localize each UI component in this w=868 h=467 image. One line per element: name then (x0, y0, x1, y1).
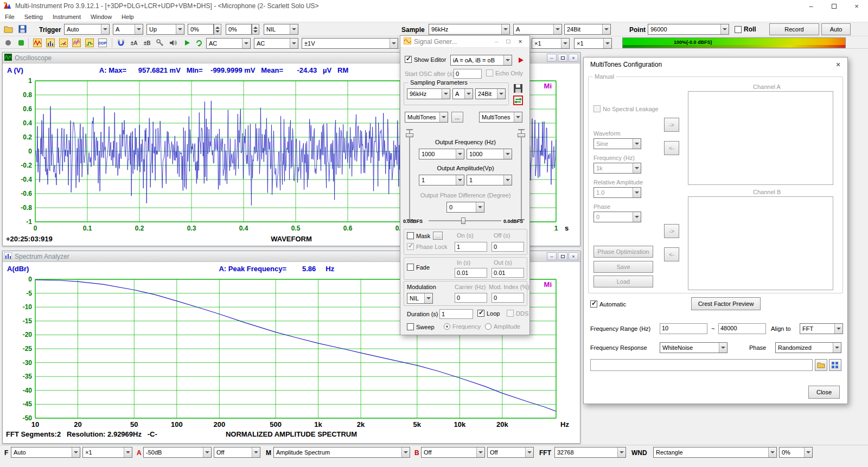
phase-difference-combo[interactable]: 0 (446, 202, 484, 213)
menu-file[interactable]: File (0, 14, 20, 20)
amplitude-b-combo[interactable]: 1 (467, 175, 512, 185)
mask-more-button[interactable]: ... (433, 232, 443, 240)
multimeter-icon[interactable] (58, 37, 69, 48)
mask-off-input[interactable]: 0 (492, 242, 524, 252)
waveform-a-select[interactable]: MultiTones (405, 112, 448, 123)
frequency-b-combo[interactable]: 1000 (467, 149, 512, 159)
close-button[interactable]: × (845, 0, 868, 12)
channel-b-listbox[interactable] (688, 196, 833, 290)
sample-bits-select[interactable]: 24Bit (564, 24, 611, 35)
sample-channel-select[interactable]: A (513, 24, 562, 35)
trigger-source-select[interactable]: A (113, 24, 143, 35)
phase-optimization-button[interactable]: Phase Optimization (593, 246, 653, 258)
relative-amplitude-select[interactable]: 1.0 (593, 187, 641, 198)
amplitude-slider-b[interactable] (516, 127, 526, 222)
magnet-trigger-icon[interactable] (115, 37, 127, 48)
menu-help[interactable]: Help (117, 14, 139, 20)
file-path-input[interactable] (590, 359, 813, 371)
phase-mode-select[interactable]: Randomized (775, 342, 841, 353)
carrier-input[interactable]: 0 (455, 293, 487, 303)
gen-bits-select[interactable]: 24Bit (475, 88, 506, 99)
fft-size-select[interactable]: 32768 (554, 447, 626, 458)
trigger-edge-select[interactable]: Up (146, 24, 184, 35)
frequency-response-select[interactable]: WhiteNoise (660, 342, 727, 353)
a-mode-select[interactable]: Off (214, 447, 260, 458)
dialog-maximize-button[interactable] (502, 36, 514, 47)
save-tones-button[interactable]: Save (593, 261, 653, 273)
spectrum-analyzer-icon[interactable] (44, 37, 56, 48)
window-restore-button[interactable] (558, 252, 567, 260)
browse-folder-button[interactable] (815, 359, 827, 371)
routing-select[interactable]: iA = oA, iB = oB (450, 55, 512, 66)
load-tones-button[interactable]: Load (593, 276, 653, 287)
point-count-select[interactable]: 96000 (648, 24, 729, 35)
record-button[interactable]: Record (769, 23, 819, 35)
spectrum-3d-plot-icon[interactable] (71, 37, 82, 48)
f-mode-select[interactable]: Auto (11, 447, 80, 458)
offset-adjust-b-icon[interactable]: ±B (141, 37, 153, 48)
slider-handle[interactable] (406, 133, 413, 137)
channel-b-add-button[interactable]: -> (664, 224, 679, 238)
loopback-icon[interactable] (193, 37, 205, 48)
b-mode-select[interactable]: Off (487, 447, 534, 458)
window-minimize-button[interactable]: – (547, 54, 557, 62)
volume-icon[interactable] (167, 37, 179, 48)
data-logger-icon[interactable] (84, 37, 95, 48)
coupling-b-select[interactable]: AC (254, 38, 298, 49)
align-to-select[interactable]: FFT (800, 323, 843, 334)
close-dialog-button[interactable]: Close (808, 386, 840, 399)
duration-input[interactable]: 1 (439, 309, 473, 319)
gen-sample-rate-select[interactable]: 96kHz (407, 88, 450, 99)
slider-handle[interactable] (518, 133, 525, 137)
run-stop-icon[interactable] (15, 37, 27, 48)
menu-window[interactable]: Window (86, 14, 117, 20)
modulation-type-select[interactable]: NIL (407, 293, 433, 304)
fade-checkbox[interactable]: Fade (407, 264, 430, 271)
loop-checkbox[interactable]: Loop (477, 310, 500, 317)
signal-generator-titlebar[interactable]: Signal Gener... – × (400, 36, 529, 48)
window-minimize-button[interactable]: – (547, 252, 557, 260)
f-probe-select[interactable]: ×1 (82, 447, 132, 458)
coupling-a-select[interactable]: AC (206, 38, 251, 49)
sweep-checkbox[interactable]: Sweep (407, 323, 435, 330)
frequency-max-input[interactable]: 48000 (718, 323, 766, 334)
maximize-button[interactable] (822, 0, 845, 12)
show-editor-checkbox[interactable]: Show Editor (405, 56, 446, 63)
slider-handle[interactable] (461, 217, 465, 224)
trigger-mode-select[interactable]: Auto (64, 24, 110, 35)
channel-a-listbox[interactable] (688, 91, 833, 185)
a-range-select[interactable]: -50dB (143, 447, 212, 458)
amplitude-slider-a[interactable] (405, 127, 414, 222)
menu-instrument[interactable]: Instrument (48, 14, 86, 20)
mask-on-input[interactable]: 1 (455, 242, 487, 252)
crest-factor-preview-button[interactable]: Crest Factor Preview (691, 297, 761, 310)
window-restore-button[interactable] (558, 54, 567, 62)
multitones-titlebar[interactable]: MultiTones Configuration × (584, 57, 847, 72)
dialog-close-button[interactable]: × (514, 36, 526, 47)
trigger-delay-field[interactable]: 0% (226, 24, 252, 35)
calibration-key-icon[interactable] (154, 37, 166, 48)
fade-in-input[interactable]: 0.01 (455, 268, 487, 278)
sweep-amplitude-radio[interactable]: Amplitude (485, 323, 520, 330)
auto-scale-button[interactable]: Auto (821, 23, 851, 35)
window-function-select[interactable]: Rectangle (653, 447, 777, 458)
mod-index-input[interactable]: 0 (492, 293, 524, 303)
gen-channel-select[interactable]: A (452, 88, 473, 99)
ddp-viewer-icon[interactable]: DDP (97, 37, 108, 48)
probe-a-select[interactable]: ×1 (532, 38, 570, 49)
frequency-a-combo[interactable]: 1000 (419, 149, 464, 159)
gen-save-icon[interactable] (513, 84, 523, 94)
window-close-button[interactable]: × (569, 54, 578, 62)
probe-b-select[interactable]: ×1 (574, 38, 612, 49)
open-file-icon[interactable] (2, 23, 14, 34)
input-range-select[interactable]: ±1V (302, 38, 398, 49)
menu-setting[interactable]: Setting (20, 14, 48, 20)
multitones-config-button[interactable]: ... (451, 112, 463, 123)
window-close-button[interactable]: × (569, 252, 578, 260)
measurement-mode-select[interactable]: Amplitude Spectrum (273, 447, 410, 458)
save-icon[interactable] (16, 23, 28, 34)
b-range-select[interactable]: Off (421, 447, 485, 458)
trigger-level-spinner[interactable] (214, 24, 221, 35)
grid-view-button[interactable] (829, 359, 841, 371)
manual-phase-select[interactable]: 0 (593, 212, 641, 222)
